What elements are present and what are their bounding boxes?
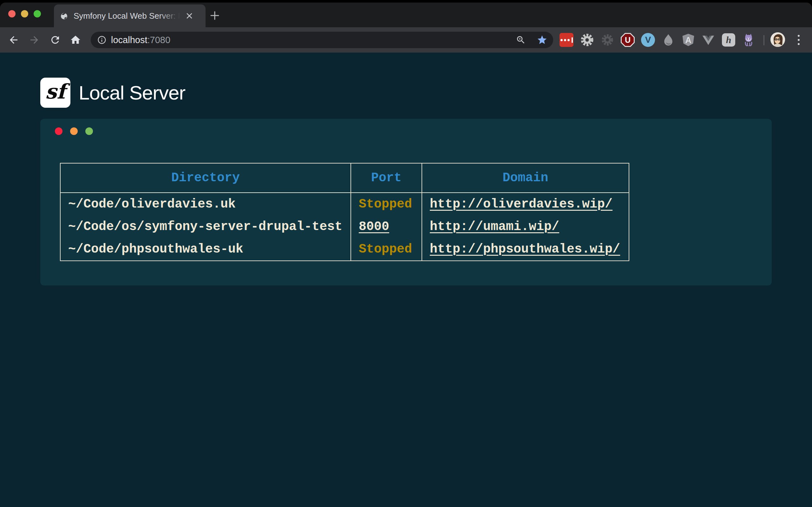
browser-menu-icon[interactable] <box>797 33 800 47</box>
tab-strip: Symfony Local Web Server: Prox <box>0 3 812 27</box>
table-row: ~/Code/phpsouthwales-uk Stopped http://p… <box>60 238 629 261</box>
tab-title-fade <box>159 6 186 26</box>
vue-extension-icon[interactable] <box>701 32 716 48</box>
port-link[interactable]: 8000 <box>359 220 389 234</box>
url-text[interactable]: localhost:7080 <box>111 32 170 48</box>
tab-close-icon[interactable] <box>186 12 193 20</box>
domain-link[interactable]: http://phpsouthwales.wip/ <box>430 242 620 257</box>
profile-avatar[interactable] <box>770 32 785 47</box>
toolbar-separator <box>763 35 764 45</box>
gear-extension-icon[interactable] <box>579 32 595 48</box>
status-stopped-label: Stopped <box>359 242 412 257</box>
column-header-port: Port <box>351 163 422 193</box>
new-tab-button[interactable] <box>209 10 220 21</box>
port-cell: Stopped <box>351 238 422 261</box>
forward-icon[interactable] <box>29 34 40 46</box>
back-icon[interactable] <box>8 34 19 46</box>
zoom-in-icon[interactable] <box>516 35 526 45</box>
terminal-red-light <box>55 127 62 135</box>
page-content: sf Local Server Directory Port Domain <box>0 53 812 507</box>
address-bar[interactable]: localhost:7080 <box>91 32 553 48</box>
brand-header: sf Local Server <box>40 78 185 108</box>
terminal-card: Directory Port Domain ~/Code/oliverdavie… <box>40 119 772 285</box>
window-minimize-button[interactable] <box>21 10 28 17</box>
domain-link[interactable]: http://oliverdavies.wip/ <box>430 197 612 211</box>
gear-disabled-extension-icon[interactable] <box>600 32 615 48</box>
home-icon[interactable] <box>70 34 81 46</box>
domain-cell: http://umami.wip/ <box>422 216 629 238</box>
globe-favicon-icon <box>60 12 68 20</box>
symfony-logo: sf <box>40 78 70 108</box>
directory-cell: ~/Code/phpsouthwales-uk <box>60 238 351 261</box>
refined-github-octocat-icon[interactable] <box>741 32 756 48</box>
terminal-orange-light <box>70 127 78 135</box>
directory-cell: ~/Code/oliverdavies.uk <box>60 193 351 216</box>
servers-table: Directory Port Domain ~/Code/oliverdavie… <box>60 163 629 261</box>
status-stopped-label: Stopped <box>359 197 412 211</box>
browser-window: Symfony Local Web Server: Prox <box>0 3 812 507</box>
terminal-window-lights <box>55 127 93 135</box>
window-close-button[interactable] <box>8 10 15 17</box>
honey-extension-icon[interactable]: h <box>721 32 736 48</box>
drupal-extension-icon[interactable] <box>661 32 676 48</box>
reload-icon[interactable] <box>49 34 61 46</box>
ublock-origin-extension-icon[interactable]: U <box>620 32 635 48</box>
table-row: ~/Code/os/symfony-server-drupal-test 800… <box>60 216 629 238</box>
window-zoom-button[interactable] <box>34 10 41 17</box>
page-title: Local Server <box>79 81 185 104</box>
port-cell: Stopped <box>351 193 422 216</box>
directory-cell: ~/Code/os/symfony-server-drupal-test <box>60 216 351 238</box>
lastpass-extension-icon[interactable] <box>559 32 574 48</box>
bookmark-star-icon[interactable] <box>537 35 548 45</box>
table-row: ~/Code/oliverdavies.uk Stopped http://ol… <box>60 193 629 216</box>
column-header-domain: Domain <box>422 163 629 193</box>
url-host: localhost <box>111 35 147 45</box>
domain-cell: http://oliverdavies.wip/ <box>422 193 629 216</box>
vimium-extension-icon[interactable]: V <box>641 32 656 48</box>
terminal-green-light <box>85 127 93 135</box>
browser-toolbar: localhost:7080 <box>0 27 812 53</box>
column-header-directory: Directory <box>60 163 351 193</box>
url-port: :7080 <box>147 35 170 45</box>
domain-cell: http://phpsouthwales.wip/ <box>422 238 629 261</box>
angular-extension-icon[interactable]: A <box>681 32 696 48</box>
table-header-row: Directory Port Domain <box>60 163 629 193</box>
browser-tab-active[interactable]: Symfony Local Web Server: Prox <box>54 4 206 27</box>
site-info-icon[interactable] <box>97 35 107 45</box>
domain-link[interactable]: http://umami.wip/ <box>430 220 559 234</box>
window-controls <box>8 10 41 17</box>
svg-text:A: A <box>685 36 691 45</box>
port-cell: 8000 <box>351 216 422 238</box>
